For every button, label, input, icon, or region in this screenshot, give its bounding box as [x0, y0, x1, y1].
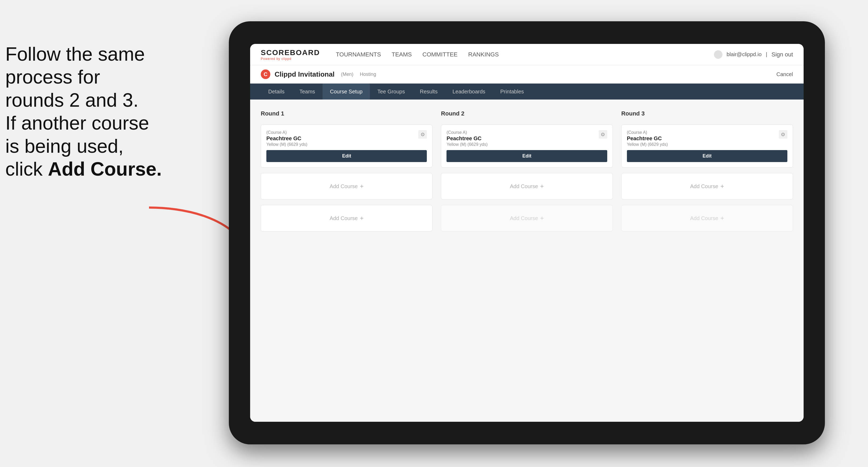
tablet-screen: SCOREBOARD Powered by clippd TOURNAMENTS… — [250, 44, 804, 422]
tablet-device: SCOREBOARD Powered by clippd TOURNAMENTS… — [229, 21, 825, 444]
tab-tee-groups[interactable]: Tee Groups — [370, 84, 412, 99]
round-2-plus-icon: + — [540, 183, 544, 190]
round-3-add-course-text: Add Course + — [690, 183, 724, 190]
round-2-course-info: (Course A) Peachtree GC Yellow (M) (6629… — [446, 130, 488, 147]
tab-teams[interactable]: Teams — [292, 84, 322, 99]
top-nav: SCOREBOARD Powered by clippd TOURNAMENTS… — [250, 44, 804, 65]
round-2-add-course-button[interactable]: Add Course + — [441, 173, 613, 199]
hosting-badge: Hosting — [360, 71, 376, 77]
sub-header: C Clippd Invitational (Men) Hosting Canc… — [250, 65, 804, 84]
scoreboard-title: SCOREBOARD — [261, 49, 320, 57]
round-1-plus-icon: + — [360, 183, 364, 190]
round-3-card-header: (Course A) Peachtree GC Yellow (M) (6629… — [627, 130, 787, 147]
sign-out-link[interactable]: Sign out — [771, 50, 793, 59]
instruction-text: Follow the same process for rounds 2 and… — [5, 42, 170, 180]
round-2-course-card: (Course A) Peachtree GC Yellow (M) (6629… — [441, 125, 613, 168]
round-2-course-name: Peachtree GC — [446, 135, 488, 142]
round-3-column: Round 3 (Course A) Peachtree GC Yellow (… — [621, 110, 793, 231]
clippd-logo-icon: C — [261, 69, 270, 79]
round-1-plus-icon-2: + — [360, 215, 364, 222]
round-3-edit-button[interactable]: Edit — [627, 150, 787, 162]
round-3-plus-icon: + — [720, 183, 724, 190]
round-1-column: Round 1 (Course A) Peachtree GC Yellow (… — [261, 110, 432, 231]
nav-tournaments[interactable]: TOURNAMENTS — [336, 50, 381, 59]
round-3-course-details: Yellow (M) (6629 yds) — [627, 142, 668, 147]
nav-left: SCOREBOARD Powered by clippd TOURNAMENTS… — [261, 49, 499, 61]
scoreboard-logo: SCOREBOARD Powered by clippd — [261, 49, 320, 61]
round-1-add-course-button[interactable]: Add Course + — [261, 173, 432, 199]
round-3-course-info: (Course A) Peachtree GC Yellow (M) (6629… — [627, 130, 668, 147]
round-3-delete-button[interactable]: ⊙ — [779, 130, 787, 138]
round-3-add-course-text-2: Add Course + — [690, 215, 724, 222]
round-3-course-card: (Course A) Peachtree GC Yellow (M) (6629… — [621, 125, 793, 168]
rounds-grid: Round 1 (Course A) Peachtree GC Yellow (… — [261, 110, 793, 231]
user-avatar — [714, 50, 722, 59]
nav-items: TOURNAMENTS TEAMS COMMITTEE RANKINGS — [336, 50, 499, 59]
round-1-add-course-text: Add Course + — [330, 183, 364, 190]
round-3-plus-icon-2: + — [720, 215, 724, 222]
round-2-delete-button[interactable]: ⊙ — [599, 130, 607, 138]
scoreboard-sub: Powered by clippd — [261, 57, 320, 61]
tab-leaderboards[interactable]: Leaderboards — [445, 84, 493, 99]
round-3-course-name: Peachtree GC — [627, 135, 668, 142]
round-2-label: Round 2 — [441, 110, 613, 117]
round-1-course-details: Yellow (M) (6629 yds) — [266, 142, 307, 147]
round-3-label: Round 3 — [621, 110, 793, 117]
tabs-bar: Details Teams Course Setup Tee Groups Re… — [250, 84, 804, 99]
tab-printables[interactable]: Printables — [493, 84, 531, 99]
round-2-card-header: (Course A) Peachtree GC Yellow (M) (6629… — [446, 130, 607, 147]
tab-course-setup[interactable]: Course Setup — [322, 84, 370, 99]
round-1-delete-button[interactable]: ⊙ — [418, 130, 427, 138]
round-1-course-card: (Course A) Peachtree GC Yellow (M) (6629… — [261, 125, 432, 168]
tournament-name: Clippd Invitational — [275, 70, 335, 79]
round-1-edit-button[interactable]: Edit — [266, 150, 427, 162]
round-1-label: Round 1 — [261, 110, 432, 117]
round-3-course-label: (Course A) — [627, 130, 668, 135]
round-2-course-details: Yellow (M) (6629 yds) — [446, 142, 488, 147]
nav-separator: | — [766, 51, 767, 58]
round-2-plus-icon-2: + — [540, 215, 544, 222]
round-1-course-info: (Course A) Peachtree GC Yellow (M) (6629… — [266, 130, 307, 147]
sub-header-left: C Clippd Invitational (Men) Hosting — [261, 69, 376, 79]
tab-details[interactable]: Details — [261, 84, 292, 99]
round-3-add-course-button[interactable]: Add Course + — [621, 173, 793, 199]
round-1-course-name: Peachtree GC — [266, 135, 307, 142]
round-2-column: Round 2 (Course A) Peachtree GC Yellow (… — [441, 110, 613, 231]
round-1-add-course-button-2[interactable]: Add Course + — [261, 205, 432, 231]
round-1-card-header: (Course A) Peachtree GC Yellow (M) (6629… — [266, 130, 427, 147]
round-3-add-course-button-2: Add Course + — [621, 205, 793, 231]
user-email: blair@clippd.io — [727, 51, 762, 58]
round-1-add-course-text-2: Add Course + — [330, 215, 364, 222]
round-2-edit-button[interactable]: Edit — [446, 150, 607, 162]
round-2-course-label: (Course A) — [446, 130, 488, 135]
round-2-add-course-button-2: Add Course + — [441, 205, 613, 231]
cancel-button[interactable]: Cancel — [776, 71, 793, 77]
main-content: Round 1 (Course A) Peachtree GC Yellow (… — [250, 99, 804, 422]
nav-committee[interactable]: COMMITTEE — [423, 50, 458, 59]
round-1-course-label: (Course A) — [266, 130, 307, 135]
tab-results[interactable]: Results — [412, 84, 445, 99]
nav-teams[interactable]: TEAMS — [392, 50, 412, 59]
round-2-add-course-text: Add Course + — [510, 183, 544, 190]
round-2-add-course-text-2: Add Course + — [510, 215, 544, 222]
nav-rankings[interactable]: RANKINGS — [468, 50, 499, 59]
nav-right: blair@clippd.io | Sign out — [714, 50, 793, 59]
tournament-status: (Men) — [341, 71, 353, 77]
